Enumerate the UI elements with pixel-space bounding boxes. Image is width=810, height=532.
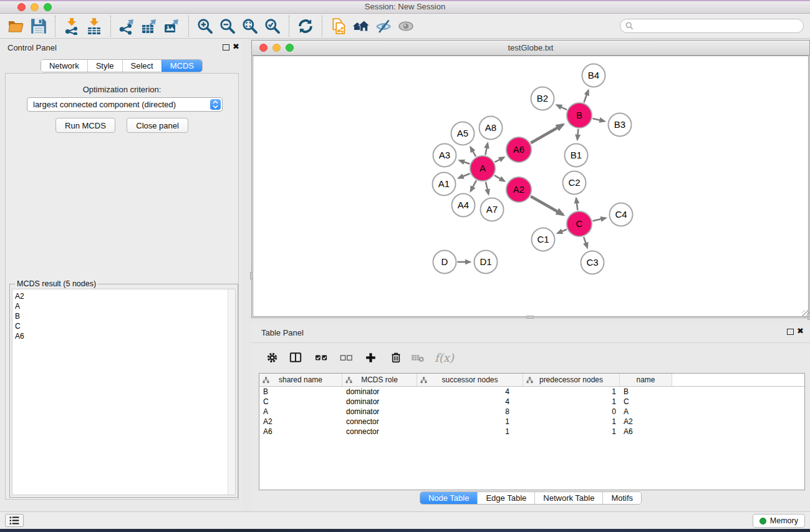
table-tab-node-table[interactable]: Node Table — [420, 492, 478, 504]
table-cell[interactable]: 4 — [417, 397, 523, 406]
table-row[interactable]: Adominator80A — [259, 407, 804, 417]
table-float-icon[interactable] — [787, 329, 794, 335]
graph-node-C2[interactable]: C2 — [563, 172, 586, 195]
criterion-dropdown[interactable]: largest connected component (directed) — [27, 97, 223, 112]
canvas-hscroll-thumb[interactable] — [526, 316, 534, 319]
table-options-icon[interactable] — [266, 348, 278, 367]
table-cell[interactable]: 4 — [417, 387, 523, 396]
graph-node-C3[interactable]: C3 — [581, 251, 604, 274]
import-table-icon[interactable] — [83, 15, 105, 37]
graph-node-A7[interactable]: A7 — [481, 198, 504, 221]
graph-edge-B-B4[interactable] — [584, 90, 588, 102]
column-header-predecessor-nodes[interactable]: predecessor nodes — [523, 374, 620, 386]
window-resize-grip[interactable] — [802, 310, 809, 317]
graph-edge-A-A6[interactable] — [495, 157, 504, 162]
split-panel-icon[interactable] — [289, 348, 302, 367]
table-cell[interactable]: A6 — [620, 427, 672, 436]
graph-node-A5[interactable]: A5 — [451, 122, 475, 145]
table-cell[interactable]: A2 — [259, 417, 342, 426]
search-box[interactable] — [620, 19, 804, 33]
graph-node-A6[interactable]: A6 — [506, 137, 531, 162]
graph-node-A4[interactable]: A4 — [452, 194, 475, 217]
graph-node-B4[interactable]: B4 — [582, 64, 605, 87]
table-cell[interactable]: 1 — [523, 417, 620, 426]
zoom-in-icon[interactable] — [194, 15, 216, 37]
table-cell[interactable]: 0 — [523, 407, 620, 416]
tab-select[interactable]: Select — [122, 60, 162, 72]
table-cell[interactable]: C — [620, 397, 672, 406]
show-panels-button[interactable] — [5, 514, 24, 527]
table-cell[interactable]: 1 — [523, 387, 620, 396]
canvas-vscroll-left-thumb[interactable] — [250, 272, 253, 279]
refresh-view-icon[interactable] — [294, 15, 317, 37]
graph-node-C1[interactable]: C1 — [532, 228, 555, 251]
table-cell[interactable]: B — [259, 387, 342, 396]
result-item[interactable]: A — [15, 301, 235, 311]
save-session-icon[interactable] — [27, 15, 50, 37]
graph-node-A[interactable]: A — [470, 156, 495, 181]
graph-edge-B-B1[interactable] — [577, 129, 578, 140]
table-close-icon[interactable]: ✖ — [797, 327, 804, 336]
table-cell[interactable]: A — [620, 407, 672, 416]
result-item[interactable]: C — [15, 321, 235, 331]
graph-edge-A-A2[interactable] — [494, 175, 504, 181]
select-all-rows-icon[interactable] — [314, 348, 329, 367]
close-panel-icon[interactable]: ✖ — [233, 42, 239, 51]
graph-node-C4[interactable]: C4 — [610, 203, 633, 226]
result-item[interactable]: B — [15, 311, 235, 321]
graph-node-A3[interactable]: A3 — [433, 144, 456, 167]
graph-node-A8[interactable]: A8 — [480, 117, 503, 140]
hide-selected-icon[interactable] — [372, 15, 395, 37]
table-cell[interactable]: C — [259, 397, 342, 406]
table-cell[interactable]: 1 — [417, 427, 523, 436]
graph-node-B1[interactable]: B1 — [565, 144, 588, 167]
graph-node-D[interactable]: D — [433, 251, 456, 274]
graph-edge-C-C2[interactable] — [576, 198, 577, 210]
graph-node-A2[interactable]: A2 — [506, 177, 531, 202]
graph-edge-C-C4[interactable] — [592, 218, 605, 221]
deselect-all-rows-icon[interactable] — [339, 348, 354, 367]
mcds-result-list[interactable]: A2ABCA6 — [12, 289, 236, 495]
table-cell[interactable]: dominator — [342, 407, 417, 416]
table-cell[interactable]: B — [620, 387, 672, 396]
clone-network-icon[interactable] — [327, 15, 350, 37]
search-input[interactable] — [637, 21, 798, 31]
zoom-selected-icon[interactable] — [261, 15, 284, 37]
graph-node-B[interactable]: B — [567, 103, 592, 128]
graph-edge-B-B2[interactable] — [557, 105, 567, 110]
table-cell[interactable]: 1 — [523, 427, 620, 436]
table-cell[interactable]: A6 — [259, 427, 342, 436]
graph-edge-A-A8[interactable] — [485, 143, 488, 155]
graph-edge-A-A3[interactable] — [460, 160, 470, 164]
close-panel-button[interactable]: Close panel — [127, 118, 188, 133]
table-tab-motifs[interactable]: Motifs — [602, 492, 641, 504]
column-header-MCDS-role[interactable]: MCDS role — [342, 374, 417, 386]
graph-edge-A2-C[interactable] — [531, 196, 563, 215]
table-tab-network-table[interactable]: Network Table — [534, 492, 602, 504]
float-panel-icon[interactable] — [223, 44, 229, 51]
graph-node-B2[interactable]: B2 — [531, 87, 554, 110]
table-cell[interactable]: A — [259, 407, 342, 416]
table-cell[interactable]: dominator — [342, 397, 417, 406]
result-item[interactable]: A2 — [15, 291, 235, 301]
graph-edge-A-A4[interactable] — [471, 180, 476, 191]
graph-node-D1[interactable]: D1 — [475, 251, 498, 274]
show-all-icon[interactable] — [395, 15, 417, 37]
table-row[interactable]: A6connector11A6 — [259, 427, 804, 437]
add-row-icon[interactable] — [365, 348, 377, 367]
zoom-out-icon[interactable] — [216, 15, 239, 37]
table-row[interactable]: A2connector11A2 — [259, 417, 804, 427]
table-cell[interactable]: connector — [342, 427, 417, 436]
export-table-icon[interactable] — [138, 15, 161, 37]
table-cell[interactable]: A2 — [620, 417, 672, 426]
tab-mcds[interactable]: MCDS — [162, 60, 202, 72]
column-header-name[interactable]: name — [620, 374, 672, 386]
network-canvas[interactable]: B4B2BB3A8A5A6A3B1AA1C2A2A4A7C4CC1C3DD1 — [253, 56, 809, 317]
graph-edge-C-C3[interactable] — [584, 237, 587, 248]
memory-button[interactable]: Memory — [753, 514, 805, 528]
graph-edge-A-A5[interactable] — [471, 147, 476, 157]
table-cell[interactable]: 8 — [417, 407, 523, 416]
graph-edge-A-A7[interactable] — [486, 181, 488, 194]
tab-style[interactable]: Style — [87, 60, 122, 72]
delete-row-icon[interactable] — [390, 348, 402, 367]
